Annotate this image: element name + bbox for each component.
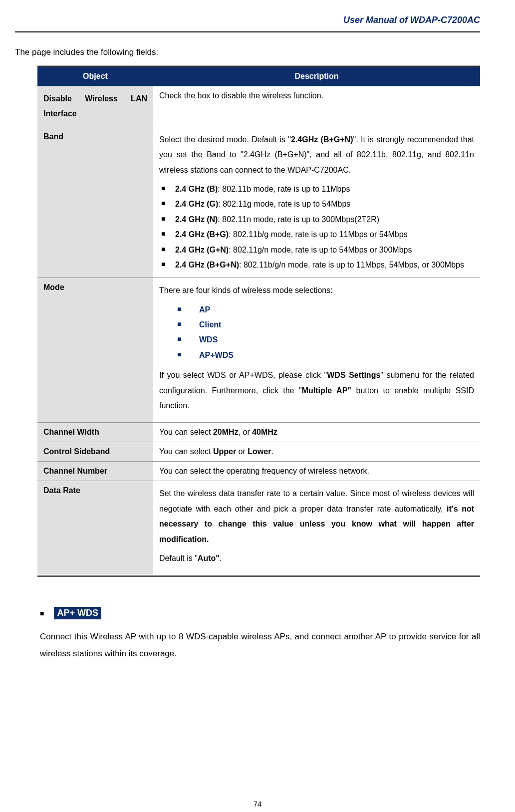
band-list: 2.4 GHz (B): 802.11b mode, rate is up to… [159,182,474,272]
list-item: WDS [177,332,474,347]
table-row: Data Rate Set the wireless data transfer… [37,481,480,575]
cell-object: Data Rate [37,481,153,575]
cell-object: Control Sideband [37,442,153,461]
list-item: 2.4 GHz (B+G): 802.11b/g mode, rate is u… [161,227,474,242]
list-item: 2.4 GHz (G): 802.11g mode, rate is up to… [161,197,474,212]
list-item: 2.4 GHz (B+G+N): 802.11b/g/n mode, rate … [161,258,474,272]
cell-object: Disable Wireless LAN Interface [37,86,153,127]
cell-description: Set the wireless data transfer rate to a… [153,481,480,575]
cell-description: You can select the operating frequency o… [153,462,480,481]
fields-table: Object Description Disable Wireless LAN … [37,65,480,577]
doc-title: User Manual of WDAP-C7200AC [343,15,480,25]
cell-object: Band [37,127,153,278]
mode-footer: If you select WDS or AP+WDS, please clic… [159,368,474,413]
table-row: Channel Width You can select 20MHz, or 4… [37,423,480,442]
mode-list: AP Client WDS AP+WDS [159,302,474,363]
page-number: 74 [254,800,262,808]
datarate-default: Default is "Auto". [159,551,474,566]
table-row: Control Sideband You can select Upper or… [37,442,480,462]
cell-object: Channel Number [37,462,153,481]
cell-object: Mode [37,278,153,422]
section-description: Connect this Wireless AP with up to 8 WD… [40,628,480,662]
list-item: 2.4 GHz (B): 802.11b mode, rate is up to… [161,182,474,197]
list-item: AP+WDS [177,348,474,363]
list-item: Client [177,317,474,332]
list-item: AP [177,302,474,317]
table-row: Band Select the desired mode. Default is… [37,127,480,278]
cell-description: Select the desired mode. Default is "2.4… [153,127,480,278]
list-item: 2.4 GHz (N): 802.11n mode, rate is up to… [161,212,474,227]
table-header-row: Object Description [37,67,480,86]
doc-header: User Manual of WDAP-C7200AC [15,15,480,32]
list-item: 2.4 GHz (G+N): 802.11g/n mode, rate is u… [161,243,474,258]
cell-description: There are four kinds of wireless mode se… [153,278,480,422]
cell-description: Check the box to disable the wireless fu… [153,86,480,127]
square-bullet-icon: ■ [40,609,44,617]
desc-text: You can select the operating frequency o… [159,467,369,475]
band-intro: Select the desired mode. Default is "2.4… [159,132,474,178]
col-header-object: Object [37,67,153,86]
table-row: Mode There are four kinds of wireless mo… [37,278,480,423]
desc-text: Check the box to disable the wireless fu… [159,91,323,100]
table-row: Disable Wireless LAN Interface Check the… [37,86,480,127]
datarate-desc: Set the wireless data transfer rate to a… [159,486,474,547]
section-title: AP+ WDS [54,607,101,619]
section-heading: ■ AP+ WDS [40,607,480,619]
section-apwds: ■ AP+ WDS Connect this Wireless AP with … [40,607,480,662]
col-header-description: Description [153,67,480,86]
mode-intro: There are four kinds of wireless mode se… [159,283,474,298]
cell-object: Channel Width [37,423,153,442]
cell-description: You can select Upper or Lower. [153,442,480,461]
intro-text: The page includes the following fields: [15,47,480,57]
table-row: Channel Number You can select the operat… [37,462,480,481]
cell-description: You can select 20MHz, or 40MHz [153,423,480,442]
